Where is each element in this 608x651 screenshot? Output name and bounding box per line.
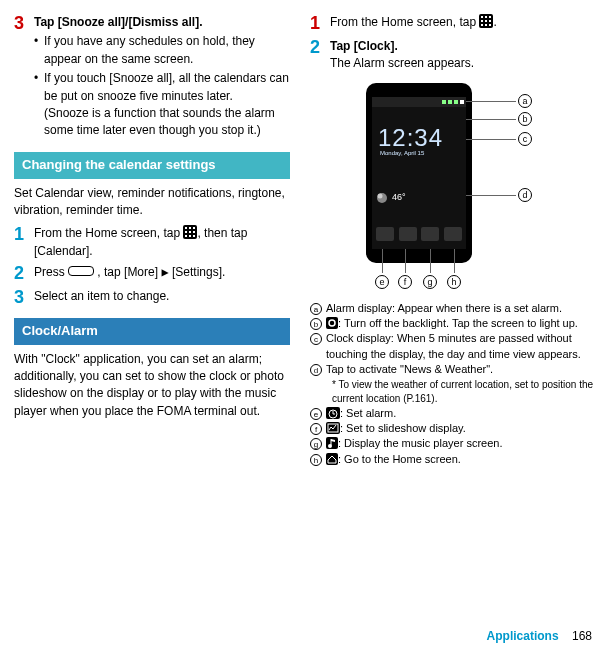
weather-row: 46°	[376, 189, 462, 207]
step-number: 3	[14, 14, 34, 142]
alarm-icon	[376, 227, 394, 241]
step-number: 2	[14, 264, 34, 284]
svg-rect-9	[481, 16, 483, 18]
svg-rect-7	[189, 235, 191, 237]
legend-g: : Display the music player screen.	[326, 436, 594, 451]
legend-a: Alarm display: Appear when there is a se…	[326, 301, 594, 316]
cal-step2: Press , tap [More] ▶ [Settings].	[34, 264, 290, 284]
step3-lead: Tap [Snooze all]/[Dismiss all].	[34, 14, 290, 31]
left-column: 3 Tap [Snooze all]/[Dismiss all]. If you…	[14, 10, 304, 467]
right-column: 1 From the Home screen, tap . 2 Tap [Clo…	[304, 10, 594, 467]
legend-f: : Set to slideshow display.	[326, 421, 594, 436]
svg-rect-8	[193, 235, 195, 237]
clock-alarm-intro: With "Clock" application, you can set an…	[14, 351, 290, 421]
svg-rect-17	[489, 24, 491, 26]
step3-bullet2: If you touch [Snooze all], all the calen…	[34, 70, 290, 140]
heading-clock-alarm: Clock/Alarm	[14, 318, 290, 345]
weather-icon	[376, 192, 388, 204]
svg-rect-5	[193, 231, 195, 233]
slideshow-icon	[399, 227, 417, 241]
calendar-settings-intro: Set Calendar view, reminder notification…	[14, 185, 290, 220]
step-number: 2	[310, 38, 330, 73]
clock-date: Monday, April 15	[380, 149, 424, 158]
callout-a: a	[518, 94, 532, 108]
step3-bullet1: If you have any schedules on hold, they …	[34, 33, 290, 68]
legend-e: : Set alarm.	[326, 406, 594, 421]
callout-h: h	[447, 275, 461, 289]
clock-step2-lead: Tap [Clock].	[330, 38, 594, 55]
svg-rect-14	[489, 20, 491, 22]
svg-rect-2	[193, 227, 195, 229]
step3-bullet2-sub: (Snooze is a function that sounds the al…	[44, 105, 290, 140]
svg-rect-15	[481, 24, 483, 26]
page-footer: Applications 168	[487, 628, 592, 645]
svg-point-20	[329, 320, 335, 326]
clock-screen-diagram: 12:34 Monday, April 15 46° a b c	[322, 79, 582, 299]
apps-grid-icon	[479, 14, 493, 28]
clock-step1: From the Home screen, tap .	[330, 14, 594, 34]
slideshow-icon	[326, 422, 340, 434]
svg-rect-3	[185, 231, 187, 233]
legend-h: : Go to the Home screen.	[326, 452, 594, 467]
svg-rect-6	[185, 235, 187, 237]
alarm-icon	[326, 407, 340, 419]
cal-step3: Select an item to change.	[34, 288, 290, 308]
step-number: 1	[14, 225, 34, 260]
svg-point-19	[378, 193, 383, 198]
home-icon	[444, 227, 462, 241]
svg-rect-11	[489, 16, 491, 18]
step-3: 3 Tap [Snooze all]/[Dismiss all]. If you…	[14, 14, 290, 142]
svg-rect-16	[485, 24, 487, 26]
callout-f: f	[398, 275, 412, 289]
svg-rect-12	[481, 20, 483, 22]
svg-rect-24	[328, 424, 338, 432]
legend-c: Clock display: When 5 minutes are passed…	[326, 331, 594, 362]
diagram-legend: aAlarm display: Appear when there is a s…	[310, 301, 594, 468]
svg-rect-13	[485, 20, 487, 22]
cal-step1: From the Home screen, tap , then tap [Ca…	[34, 225, 290, 260]
step-number: 1	[310, 14, 330, 34]
step-number: 3	[14, 288, 34, 308]
home-icon	[326, 453, 338, 465]
legend-d: Tap to activate "News & Weather". * To v…	[326, 362, 594, 405]
heading-changing-calendar: Changing the calendar settings	[14, 152, 290, 179]
apps-grid-icon	[183, 225, 197, 239]
clock-step2-sub: The Alarm screen appears.	[330, 55, 594, 72]
callout-e: e	[375, 275, 389, 289]
svg-rect-0	[185, 227, 187, 229]
callout-g: g	[423, 275, 437, 289]
footer-page: 168	[572, 629, 592, 643]
legend-b: : Turn off the backlight. Tap the screen…	[326, 316, 594, 331]
legend-d-note: * To view the weather of current locatio…	[326, 378, 594, 406]
svg-rect-4	[189, 231, 191, 233]
status-bar	[372, 97, 466, 107]
svg-rect-10	[485, 16, 487, 18]
callout-b: b	[518, 112, 532, 126]
footer-section: Applications	[487, 629, 559, 643]
svg-rect-1	[189, 227, 191, 229]
svg-point-25	[328, 444, 332, 448]
callout-d: d	[518, 188, 532, 202]
menu-key-icon	[68, 266, 94, 276]
dim-icon	[326, 317, 338, 329]
music-icon	[326, 437, 338, 449]
music-icon	[421, 227, 439, 241]
callout-c: c	[518, 132, 532, 146]
